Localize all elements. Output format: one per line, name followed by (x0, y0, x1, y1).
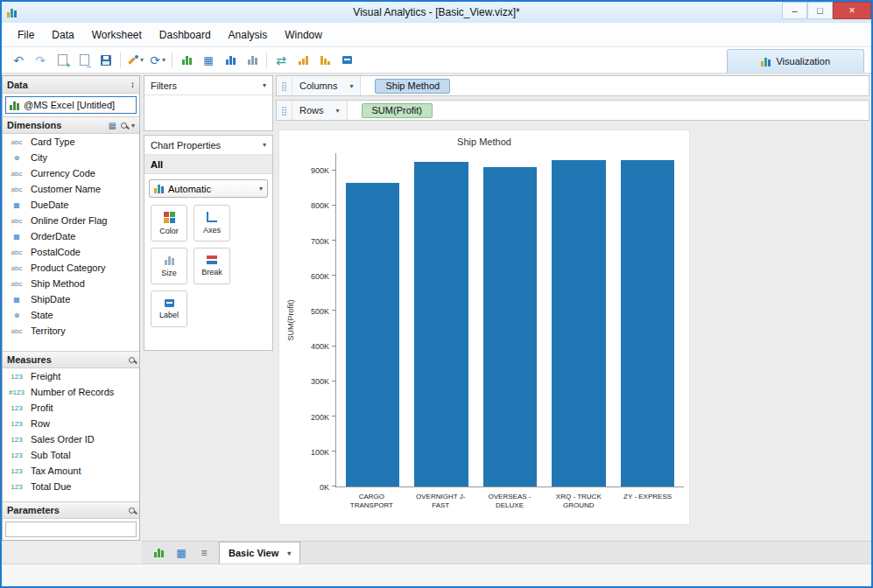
filters-header[interactable]: Filters ▾ (144, 76, 272, 95)
measure-item[interactable]: 123 Freight (3, 368, 139, 384)
dimension-item[interactable]: abc PostalCode (3, 244, 139, 260)
measure-item[interactable]: #123 Number of Records (3, 384, 139, 400)
measure-label: Profit (31, 402, 53, 413)
rows-pill[interactable]: SUM(Profit) (362, 103, 433, 118)
dimension-item[interactable]: abc Customer Name (3, 181, 139, 197)
bar[interactable] (621, 160, 674, 486)
color-button[interactable]: Color (151, 205, 187, 242)
chevron-down-icon[interactable]: ▾ (263, 81, 266, 89)
dimension-item[interactable]: abc Product Category (3, 260, 139, 276)
chart-pin-icon[interactable] (222, 52, 238, 69)
dimension-item[interactable]: ▦ OrderDate (3, 228, 139, 244)
sheet-tab-bar: ▦ ≡ Basic View ▾ (142, 541, 871, 564)
menu-item[interactable]: Worksheet (83, 25, 151, 45)
columns-pill[interactable]: Ship Method (375, 79, 450, 94)
menu-item[interactable]: File (9, 25, 43, 45)
dimension-item[interactable]: ▦ ShipDate (3, 291, 139, 307)
search-icon[interactable] (129, 508, 135, 514)
sheet-list-icon[interactable]: ≡ (196, 545, 212, 561)
dimensions-header[interactable]: Dimensions ▦ ▾ (3, 116, 139, 134)
sheet-tab-basic-view[interactable]: Basic View ▾ (219, 542, 300, 564)
bar[interactable] (483, 167, 537, 486)
chevron-down-icon[interactable]: ▾ (131, 122, 135, 130)
chevron-down-icon[interactable]: ▾ (287, 550, 291, 557)
dimension-item[interactable]: ⊕ City (3, 150, 139, 165)
close-button[interactable]: × (833, 2, 871, 19)
data-source-item[interactable]: @MS Excel [Untitled] (5, 96, 137, 114)
search-icon[interactable] (129, 357, 135, 363)
label-button[interactable]: Label (151, 290, 187, 327)
dimension-item[interactable]: ⊕ State (3, 307, 139, 323)
rows-shelf[interactable]: ⣿ Rows ▾ SUM(Profit) (276, 100, 869, 121)
menu-item[interactable]: Window (276, 25, 331, 45)
chart-card: Ship Method SUM(Profit) 0K100K200K300K40… (278, 130, 690, 525)
sort-descending-icon[interactable] (317, 52, 333, 69)
bar[interactable] (552, 160, 605, 486)
break-button[interactable]: Break (194, 248, 230, 284)
rows-shelf-control[interactable]: ⣿ Rows ▾ (277, 101, 348, 120)
columns-shelf-control[interactable]: ⣿ Columns ▾ (277, 76, 361, 95)
bar-slot (475, 153, 545, 486)
dimension-item[interactable]: ▦ DueDate (3, 197, 139, 213)
size-button[interactable]: Size (151, 248, 187, 284)
menu-item[interactable]: Dashboard (151, 25, 220, 45)
chart-properties-header[interactable]: Chart Properties ▾ (144, 136, 272, 155)
swap-axes-icon[interactable]: ⇄ (273, 52, 289, 69)
refresh-icon[interactable]: ⟳▾ (150, 52, 165, 69)
save-icon[interactable] (98, 52, 114, 69)
visualization-tab[interactable]: Visualization (727, 49, 864, 73)
undo-icon[interactable]: ↶ (11, 52, 26, 69)
sort-ascending-icon[interactable] (295, 52, 311, 69)
new-worksheet-icon[interactable]: + (54, 52, 70, 69)
new-dashboard-icon[interactable]: ▦ (173, 545, 189, 561)
maximize-button[interactable]: □ (807, 2, 833, 19)
measure-item[interactable]: 123 Tax Amount (3, 463, 139, 479)
axes-button[interactable]: Axes (194, 205, 230, 242)
measures-header[interactable]: Measures (3, 351, 139, 368)
string-icon: abc (6, 170, 27, 178)
menu-item[interactable]: Data (43, 25, 82, 45)
measure-item[interactable]: 123 Sales Order ID (3, 431, 139, 447)
data-panel-header[interactable]: Data ↕ (3, 76, 139, 94)
axes-icon (207, 212, 217, 222)
new-worksheet-icon[interactable] (151, 545, 166, 561)
chart-small-icon[interactable] (244, 52, 260, 69)
bar[interactable] (346, 183, 399, 486)
label-icon (165, 299, 174, 307)
sort-fields-icon[interactable]: ↕ (130, 80, 135, 89)
measure-item[interactable]: 123 Total Due (3, 479, 139, 494)
toolbar-separator (172, 52, 172, 68)
filters-body[interactable] (144, 95, 272, 130)
measure-item[interactable]: 123 Row (3, 416, 139, 431)
dimension-item[interactable]: abc Card Type (3, 134, 139, 150)
view-data-icon[interactable]: ▦ (109, 121, 116, 130)
grip-icon[interactable]: ⣿ (277, 76, 292, 95)
columns-shelf-label: Columns (299, 80, 337, 91)
open-icon[interactable]: → (76, 52, 92, 69)
chart-type-select[interactable]: Automatic ▾ (149, 179, 268, 198)
redo-icon[interactable]: ↷ (32, 52, 48, 69)
bar[interactable] (414, 162, 468, 486)
dimension-item[interactable]: abc Currency Code (3, 165, 139, 181)
chevron-down-icon[interactable]: ▾ (336, 107, 340, 115)
dimension-item[interactable]: abc Online Order Flag (3, 213, 139, 228)
bars (336, 153, 684, 486)
parameters-header[interactable]: Parameters (3, 501, 139, 519)
search-icon[interactable] (121, 122, 127, 129)
dimension-item[interactable]: abc Ship Method (3, 276, 139, 291)
minimize-button[interactable]: – (782, 2, 807, 19)
dashboard-grid-icon[interactable]: ▦ (201, 52, 216, 69)
measure-item[interactable]: 123 Sub Total (3, 447, 139, 463)
add-chart-icon[interactable] (179, 52, 194, 69)
grip-icon[interactable]: ⣿ (277, 101, 292, 120)
label-icon[interactable] (339, 52, 355, 69)
menu-item[interactable]: Analysis (220, 25, 277, 45)
dimension-item[interactable]: abc Territory (3, 323, 139, 339)
measure-item[interactable]: 123 Profit (3, 400, 139, 416)
chevron-down-icon[interactable]: ▾ (349, 82, 353, 90)
number-icon: 123 (6, 420, 27, 428)
columns-shelf[interactable]: ⣿ Columns ▾ Ship Method (276, 75, 869, 96)
y-tick-mark (332, 205, 336, 206)
clear-formatting-icon[interactable]: ▾ (127, 52, 144, 69)
chevron-down-icon[interactable]: ▾ (263, 141, 266, 149)
